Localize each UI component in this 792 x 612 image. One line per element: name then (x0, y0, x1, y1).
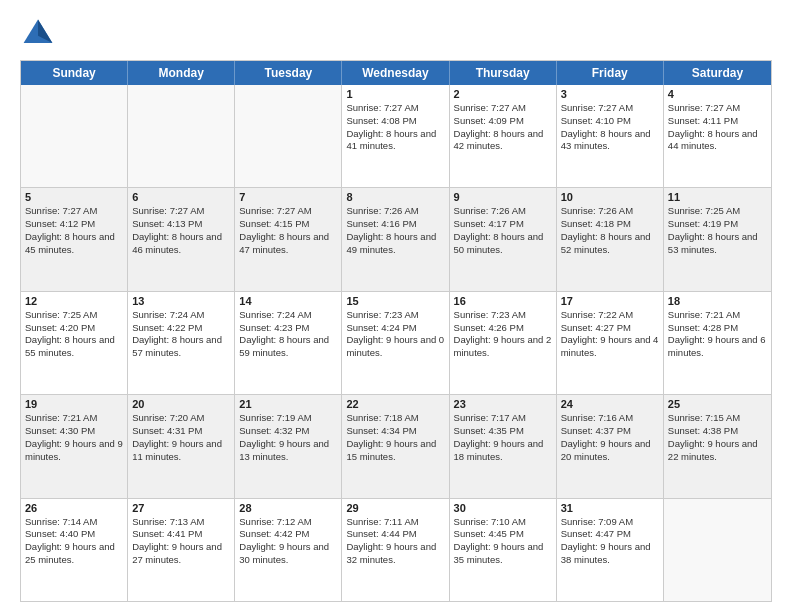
calendar-cell: 15Sunrise: 7:23 AMSunset: 4:24 PMDayligh… (342, 292, 449, 394)
day-number: 26 (25, 502, 123, 514)
day-number: 28 (239, 502, 337, 514)
day-number: 3 (561, 88, 659, 100)
day-number: 9 (454, 191, 552, 203)
header (20, 16, 772, 52)
calendar-cell: 12Sunrise: 7:25 AMSunset: 4:20 PMDayligh… (21, 292, 128, 394)
day-number: 25 (668, 398, 767, 410)
day-info: Sunrise: 7:25 AMSunset: 4:19 PMDaylight:… (668, 205, 767, 256)
day-number: 14 (239, 295, 337, 307)
day-info: Sunrise: 7:26 AMSunset: 4:16 PMDaylight:… (346, 205, 444, 256)
calendar-body: 1Sunrise: 7:27 AMSunset: 4:08 PMDaylight… (21, 85, 771, 601)
day-info: Sunrise: 7:15 AMSunset: 4:38 PMDaylight:… (668, 412, 767, 463)
day-info: Sunrise: 7:10 AMSunset: 4:45 PMDaylight:… (454, 516, 552, 567)
calendar-cell: 21Sunrise: 7:19 AMSunset: 4:32 PMDayligh… (235, 395, 342, 497)
header-day-monday: Monday (128, 61, 235, 85)
calendar-cell: 8Sunrise: 7:26 AMSunset: 4:16 PMDaylight… (342, 188, 449, 290)
day-info: Sunrise: 7:13 AMSunset: 4:41 PMDaylight:… (132, 516, 230, 567)
day-number: 1 (346, 88, 444, 100)
calendar-cell: 11Sunrise: 7:25 AMSunset: 4:19 PMDayligh… (664, 188, 771, 290)
day-info: Sunrise: 7:09 AMSunset: 4:47 PMDaylight:… (561, 516, 659, 567)
calendar-row-4: 19Sunrise: 7:21 AMSunset: 4:30 PMDayligh… (21, 394, 771, 497)
day-info: Sunrise: 7:21 AMSunset: 4:28 PMDaylight:… (668, 309, 767, 360)
calendar-cell: 14Sunrise: 7:24 AMSunset: 4:23 PMDayligh… (235, 292, 342, 394)
calendar-cell: 19Sunrise: 7:21 AMSunset: 4:30 PMDayligh… (21, 395, 128, 497)
day-number: 5 (25, 191, 123, 203)
day-info: Sunrise: 7:27 AMSunset: 4:15 PMDaylight:… (239, 205, 337, 256)
calendar-cell: 22Sunrise: 7:18 AMSunset: 4:34 PMDayligh… (342, 395, 449, 497)
calendar-cell: 6Sunrise: 7:27 AMSunset: 4:13 PMDaylight… (128, 188, 235, 290)
day-info: Sunrise: 7:12 AMSunset: 4:42 PMDaylight:… (239, 516, 337, 567)
day-number: 12 (25, 295, 123, 307)
calendar-cell (235, 85, 342, 187)
day-number: 31 (561, 502, 659, 514)
calendar: SundayMondayTuesdayWednesdayThursdayFrid… (20, 60, 772, 602)
day-number: 30 (454, 502, 552, 514)
day-info: Sunrise: 7:11 AMSunset: 4:44 PMDaylight:… (346, 516, 444, 567)
page: SundayMondayTuesdayWednesdayThursdayFrid… (0, 0, 792, 612)
day-info: Sunrise: 7:27 AMSunset: 4:13 PMDaylight:… (132, 205, 230, 256)
day-info: Sunrise: 7:27 AMSunset: 4:12 PMDaylight:… (25, 205, 123, 256)
calendar-cell: 16Sunrise: 7:23 AMSunset: 4:26 PMDayligh… (450, 292, 557, 394)
logo-icon (20, 16, 56, 52)
day-info: Sunrise: 7:23 AMSunset: 4:24 PMDaylight:… (346, 309, 444, 360)
calendar-cell: 9Sunrise: 7:26 AMSunset: 4:17 PMDaylight… (450, 188, 557, 290)
calendar-cell: 30Sunrise: 7:10 AMSunset: 4:45 PMDayligh… (450, 499, 557, 601)
header-day-wednesday: Wednesday (342, 61, 449, 85)
day-info: Sunrise: 7:14 AMSunset: 4:40 PMDaylight:… (25, 516, 123, 567)
calendar-row-3: 12Sunrise: 7:25 AMSunset: 4:20 PMDayligh… (21, 291, 771, 394)
calendar-cell: 2Sunrise: 7:27 AMSunset: 4:09 PMDaylight… (450, 85, 557, 187)
day-info: Sunrise: 7:18 AMSunset: 4:34 PMDaylight:… (346, 412, 444, 463)
day-info: Sunrise: 7:19 AMSunset: 4:32 PMDaylight:… (239, 412, 337, 463)
day-number: 8 (346, 191, 444, 203)
calendar-row-5: 26Sunrise: 7:14 AMSunset: 4:40 PMDayligh… (21, 498, 771, 601)
calendar-header: SundayMondayTuesdayWednesdayThursdayFrid… (21, 61, 771, 85)
day-info: Sunrise: 7:20 AMSunset: 4:31 PMDaylight:… (132, 412, 230, 463)
calendar-cell: 26Sunrise: 7:14 AMSunset: 4:40 PMDayligh… (21, 499, 128, 601)
calendar-cell: 28Sunrise: 7:12 AMSunset: 4:42 PMDayligh… (235, 499, 342, 601)
day-number: 29 (346, 502, 444, 514)
calendar-cell: 18Sunrise: 7:21 AMSunset: 4:28 PMDayligh… (664, 292, 771, 394)
day-number: 21 (239, 398, 337, 410)
calendar-cell: 27Sunrise: 7:13 AMSunset: 4:41 PMDayligh… (128, 499, 235, 601)
day-info: Sunrise: 7:16 AMSunset: 4:37 PMDaylight:… (561, 412, 659, 463)
day-number: 19 (25, 398, 123, 410)
header-day-saturday: Saturday (664, 61, 771, 85)
day-number: 10 (561, 191, 659, 203)
day-info: Sunrise: 7:17 AMSunset: 4:35 PMDaylight:… (454, 412, 552, 463)
calendar-row-2: 5Sunrise: 7:27 AMSunset: 4:12 PMDaylight… (21, 187, 771, 290)
calendar-cell: 25Sunrise: 7:15 AMSunset: 4:38 PMDayligh… (664, 395, 771, 497)
header-day-thursday: Thursday (450, 61, 557, 85)
day-number: 4 (668, 88, 767, 100)
header-day-friday: Friday (557, 61, 664, 85)
day-info: Sunrise: 7:23 AMSunset: 4:26 PMDaylight:… (454, 309, 552, 360)
calendar-cell (664, 499, 771, 601)
calendar-cell: 3Sunrise: 7:27 AMSunset: 4:10 PMDaylight… (557, 85, 664, 187)
day-number: 16 (454, 295, 552, 307)
calendar-cell: 23Sunrise: 7:17 AMSunset: 4:35 PMDayligh… (450, 395, 557, 497)
day-info: Sunrise: 7:27 AMSunset: 4:10 PMDaylight:… (561, 102, 659, 153)
day-info: Sunrise: 7:27 AMSunset: 4:09 PMDaylight:… (454, 102, 552, 153)
day-info: Sunrise: 7:22 AMSunset: 4:27 PMDaylight:… (561, 309, 659, 360)
day-info: Sunrise: 7:24 AMSunset: 4:22 PMDaylight:… (132, 309, 230, 360)
day-number: 6 (132, 191, 230, 203)
day-info: Sunrise: 7:27 AMSunset: 4:11 PMDaylight:… (668, 102, 767, 153)
calendar-cell (128, 85, 235, 187)
day-number: 2 (454, 88, 552, 100)
day-info: Sunrise: 7:26 AMSunset: 4:18 PMDaylight:… (561, 205, 659, 256)
calendar-cell: 13Sunrise: 7:24 AMSunset: 4:22 PMDayligh… (128, 292, 235, 394)
day-number: 22 (346, 398, 444, 410)
logo (20, 16, 62, 52)
calendar-cell: 17Sunrise: 7:22 AMSunset: 4:27 PMDayligh… (557, 292, 664, 394)
day-number: 27 (132, 502, 230, 514)
calendar-cell: 5Sunrise: 7:27 AMSunset: 4:12 PMDaylight… (21, 188, 128, 290)
day-info: Sunrise: 7:27 AMSunset: 4:08 PMDaylight:… (346, 102, 444, 153)
calendar-cell: 24Sunrise: 7:16 AMSunset: 4:37 PMDayligh… (557, 395, 664, 497)
day-info: Sunrise: 7:21 AMSunset: 4:30 PMDaylight:… (25, 412, 123, 463)
day-info: Sunrise: 7:26 AMSunset: 4:17 PMDaylight:… (454, 205, 552, 256)
day-number: 18 (668, 295, 767, 307)
header-day-sunday: Sunday (21, 61, 128, 85)
day-number: 24 (561, 398, 659, 410)
day-number: 11 (668, 191, 767, 203)
day-number: 7 (239, 191, 337, 203)
day-number: 23 (454, 398, 552, 410)
